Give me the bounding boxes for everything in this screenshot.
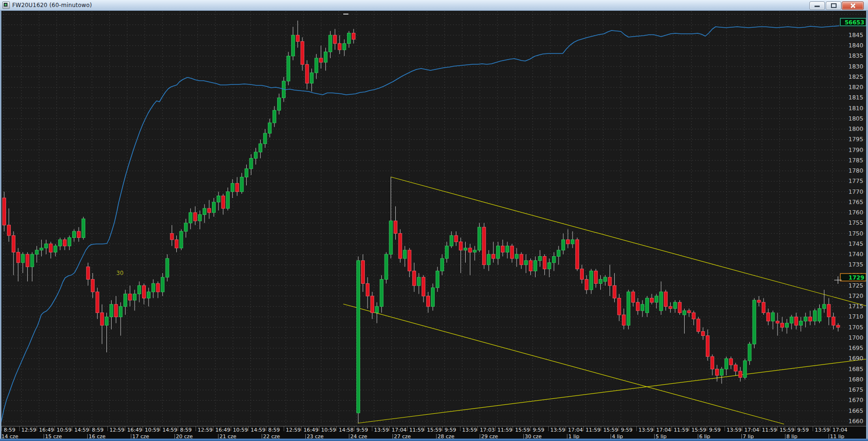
time-tick — [477, 426, 478, 431]
svg-text:1660: 1660 — [848, 418, 863, 425]
candles-layer — [0, 21, 840, 423]
svg-text:1770: 1770 — [848, 188, 863, 195]
time-label: 8:59 — [4, 427, 15, 433]
minimize-icon — [815, 6, 820, 7]
time-tick — [319, 426, 319, 431]
time-label: 10:59 — [145, 427, 160, 433]
time-tick — [424, 426, 425, 431]
time-tick — [495, 426, 496, 431]
time-tick — [672, 426, 672, 431]
svg-text:1675: 1675 — [848, 386, 863, 393]
time-tick — [777, 426, 777, 431]
chart-svg[interactable]: 1845184018351830182518201815181018051800… — [0, 0, 868, 441]
time-label: 15:59 — [427, 427, 442, 433]
time-label: 17:04 — [568, 427, 583, 433]
time-tick — [513, 426, 513, 431]
svg-text:1835: 1835 — [848, 52, 863, 59]
svg-text:1740: 1740 — [848, 251, 863, 258]
svg-text:1760: 1760 — [848, 209, 863, 216]
close-button[interactable] — [842, 1, 864, 10]
time-label: 12:59 — [198, 427, 213, 433]
minimize-button[interactable] — [809, 1, 825, 10]
trendlines-layer — [343, 177, 868, 424]
time-tick — [601, 426, 601, 431]
window-right-border — [866, 10, 868, 441]
time-label: 12:59 — [22, 427, 37, 433]
time-label: 15:59 — [779, 427, 794, 433]
time-label: 10:59 — [321, 427, 336, 433]
svg-text:1735: 1735 — [848, 261, 863, 268]
time-label: 13:59 — [815, 427, 830, 433]
time-label: 11:59 — [762, 427, 777, 433]
time-label: 14:59 — [250, 427, 265, 433]
time-tick — [725, 426, 725, 431]
svg-text:1695: 1695 — [848, 344, 863, 351]
svg-text:1765: 1765 — [848, 198, 863, 205]
maximize-button[interactable] — [826, 1, 841, 10]
time-tick — [125, 426, 125, 431]
svg-text:1705: 1705 — [848, 324, 863, 331]
time-axis: 8:5912:5916:4910:5914:598:5912:5916:4910… — [0, 426, 866, 434]
svg-text:1680: 1680 — [848, 376, 863, 383]
time-tick — [813, 426, 813, 431]
time-tick — [54, 426, 55, 431]
time-label: 9:59 — [709, 427, 721, 433]
time-label: 13:59 — [462, 427, 477, 433]
price-axis: 1845184018351830182518201815181018051800… — [848, 31, 863, 425]
svg-text:1685: 1685 — [848, 365, 863, 373]
svg-text:1820: 1820 — [848, 84, 863, 91]
time-label: 11:59 — [674, 427, 689, 433]
svg-text:1790: 1790 — [848, 146, 863, 153]
time-tick — [636, 426, 637, 431]
time-tick — [354, 426, 355, 431]
time-label: 14:59 — [74, 427, 89, 433]
window-bottom-border — [0, 439, 868, 441]
time-tick — [266, 426, 266, 431]
time-label: 9:59 — [356, 427, 368, 433]
time-label: 10:59 — [57, 427, 72, 433]
time-label: 12:59 — [110, 427, 125, 433]
svg-text:1800: 1800 — [848, 125, 863, 132]
time-tick — [37, 426, 37, 431]
time-tick — [72, 426, 72, 431]
time-label: 8:59 — [92, 427, 104, 433]
time-label: 8:59 — [268, 427, 280, 433]
time-tick — [19, 426, 20, 431]
time-label: 16:49 — [215, 427, 230, 433]
time-label: 14:58 — [339, 427, 354, 433]
time-label: 17:04 — [656, 427, 671, 433]
time-label: 10:59 — [233, 427, 248, 433]
time-tick — [619, 426, 619, 431]
markers-layer: 30566531729 — [116, 14, 866, 281]
time-label: 11:59 — [409, 427, 424, 433]
time-tick — [301, 426, 302, 431]
svg-text:1665: 1665 — [848, 407, 863, 414]
time-label: 15:59 — [691, 427, 706, 433]
time-tick — [407, 426, 408, 431]
time-label: 11:59 — [498, 427, 513, 433]
svg-text:1845: 1845 — [848, 31, 863, 38]
time-tick — [795, 426, 795, 431]
svg-text:1795: 1795 — [848, 136, 863, 143]
time-tick — [248, 426, 249, 431]
time-label: 17:04 — [392, 427, 407, 433]
titlebar[interactable]: FW20U1620 (60-minutowo) — [0, 0, 868, 11]
svg-text:1725: 1725 — [848, 282, 863, 289]
time-label: 13:59 — [374, 427, 389, 433]
time-label: 8:59 — [180, 427, 192, 433]
svg-text:1729: 1729 — [849, 274, 864, 281]
time-tick — [336, 426, 337, 431]
time-tick — [760, 426, 760, 431]
time-tick — [442, 426, 443, 431]
svg-text:1745: 1745 — [848, 240, 863, 247]
time-tick — [231, 426, 231, 431]
svg-text:1750: 1750 — [848, 230, 863, 237]
svg-text:1815: 1815 — [848, 94, 863, 101]
time-tick — [107, 426, 108, 431]
svg-text:1710: 1710 — [848, 313, 863, 320]
time-tick — [707, 426, 707, 431]
svg-text:1775: 1775 — [848, 177, 863, 184]
time-label: 16:49 — [303, 427, 318, 433]
time-tick — [143, 426, 143, 431]
svg-text:1840: 1840 — [848, 42, 863, 49]
